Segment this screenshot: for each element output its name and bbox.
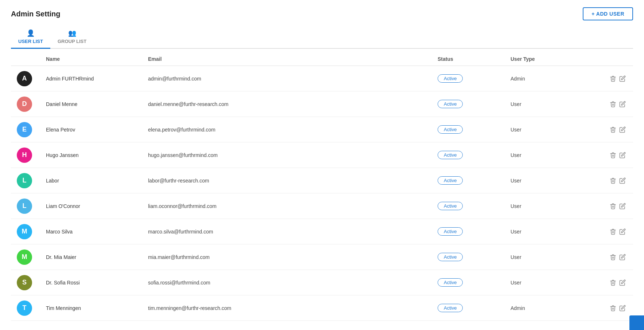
tab-group-list[interactable]: 👥 GROUP LIST [50,26,94,49]
cell-name-5: Liam O'Connor [46,203,148,209]
cell-usertype-0: Admin [511,76,591,82]
cell-usertype-6: User [511,229,591,235]
bottom-bar [629,315,644,330]
edit-button-2[interactable] [618,125,627,134]
status-badge-6: Active [438,227,463,236]
status-badge-4: Active [438,176,463,185]
cell-actions-0 [591,74,627,83]
add-user-button[interactable]: + ADD USER [583,7,633,20]
edit-button-0[interactable] [618,74,627,83]
cell-actions-1 [591,99,627,109]
cell-email-4: labor@furthr-research.com [148,178,438,184]
cell-actions-5 [591,201,627,211]
cell-email-9: tim.menningen@furthr-research.com [148,305,438,311]
cell-usertype-3: User [511,152,591,158]
cell-email-7: mia.maier@furthrmind.com [148,254,438,260]
status-badge-0: Active [438,74,463,83]
edit-button-6[interactable] [618,227,627,236]
avatar-9: T [17,300,32,316]
table-row: S Dr. Sofia Rossi sofia.rossi@furthrmind… [11,270,633,295]
cell-email-5: liam.oconnor@furthrmind.com [148,203,438,209]
table-row: H Hugo Janssen hugo.janssen@furthrmind.c… [11,142,633,168]
cell-status-2: Active [438,125,511,134]
cell-name-8: Dr. Sofia Rossi [46,280,148,286]
avatar-7: M [17,250,32,265]
table-row: L Labor labor@furthr-research.com Active… [11,168,633,193]
edit-button-7[interactable] [618,252,627,262]
cell-actions-3 [591,150,627,160]
avatar-4: L [17,173,32,188]
cell-actions-2 [591,125,627,134]
delete-button-2[interactable] [608,125,618,134]
delete-button-1[interactable] [608,99,618,109]
delete-button-5[interactable] [608,201,618,211]
delete-button-6[interactable] [608,227,618,236]
cell-name-4: Labor [46,178,148,184]
cell-usertype-7: User [511,254,591,260]
user-list-icon: 👤 [27,29,35,37]
cell-status-0: Active [438,74,511,83]
cell-avatar-7: M [17,250,46,265]
table-row: L Liam O'Connor liam.oconnor@furthrmind.… [11,193,633,219]
delete-button-8[interactable] [608,278,618,287]
delete-button-4[interactable] [608,176,618,185]
cell-status-6: Active [438,227,511,236]
cell-usertype-2: User [511,127,591,133]
cell-email-3: hugo.janssen@furthrmind.com [148,152,438,158]
edit-button-3[interactable] [618,150,627,160]
cell-email-1: daniel.menne@furthr-research.com [148,101,438,107]
cell-avatar-0: A [17,71,46,86]
status-badge-9: Active [438,304,463,312]
col-avatar-header [17,56,46,62]
status-badge-3: Active [438,151,463,159]
page-header: Admin Setting + ADD USER [11,7,633,20]
tab-user-list-label: USER LIST [18,39,43,44]
edit-button-5[interactable] [618,201,627,211]
tab-user-list[interactable]: 👤 USER LIST [11,26,50,49]
cell-actions-8 [591,278,627,287]
cell-name-2: Elena Petrov [46,127,148,133]
col-actions-header [591,56,627,62]
cell-avatar-3: H [17,148,46,163]
cell-avatar-9: T [17,300,46,316]
cell-avatar-4: L [17,173,46,188]
edit-button-8[interactable] [618,278,627,287]
col-usertype-header: User Type [511,56,591,62]
edit-button-9[interactable] [618,303,627,313]
edit-button-1[interactable] [618,99,627,109]
edit-button-4[interactable] [618,176,627,185]
page-title: Admin Setting [11,10,61,18]
cell-avatar-8: S [17,275,46,290]
cell-email-8: sofia.rossi@furthrmind.com [148,280,438,286]
cell-name-6: Marco Silva [46,229,148,235]
avatar-2: E [17,122,32,137]
cell-actions-9 [591,303,627,313]
cell-avatar-5: L [17,199,46,214]
delete-button-9[interactable] [608,303,618,313]
admin-setting-page: Admin Setting + ADD USER 👤 USER LIST 👥 G… [0,0,644,330]
delete-button-7[interactable] [608,252,618,262]
cell-email-2: elena.petrov@furthrmind.com [148,127,438,133]
status-badge-7: Active [438,253,463,261]
status-badge-5: Active [438,202,463,210]
table-header: Name Email Status User Type [11,52,633,66]
delete-button-0[interactable] [608,74,618,83]
cell-name-1: Daniel Menne [46,101,148,107]
cell-avatar-2: E [17,122,46,137]
delete-button-3[interactable] [608,150,618,160]
user-table: Name Email Status User Type A Admin FURT… [11,52,633,321]
cell-status-7: Active [438,253,511,261]
cell-usertype-8: User [511,280,591,286]
col-name-header: Name [46,56,148,62]
cell-status-3: Active [438,151,511,159]
group-list-icon: 👥 [68,29,76,37]
avatar-8: S [17,275,32,290]
status-badge-2: Active [438,125,463,134]
cell-status-4: Active [438,176,511,185]
col-email-header: Email [148,56,438,62]
cell-avatar-1: D [17,97,46,112]
table-body: A Admin FURTHRmind admin@furthrmind.com … [11,66,633,321]
cell-name-3: Hugo Janssen [46,152,148,158]
avatar-1: D [17,97,32,112]
avatar-6: M [17,224,32,239]
